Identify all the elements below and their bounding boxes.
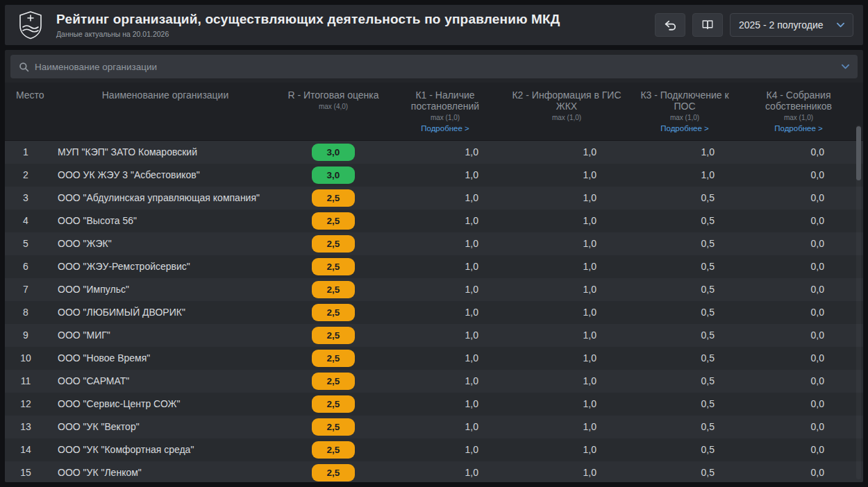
vertical-scrollbar[interactable]	[856, 125, 861, 479]
score-badge: 2,5	[312, 395, 355, 413]
k2-cell: 1,0	[508, 192, 626, 203]
chevron-down-icon	[837, 22, 844, 28]
k2-cell: 1,0	[508, 444, 626, 455]
k1-cell: 1,0	[383, 421, 508, 432]
k3-cell: 0,5	[626, 421, 744, 432]
k2-cell: 1,0	[508, 284, 626, 295]
k1-cell: 1,0	[383, 375, 508, 386]
score-cell: 2,5	[284, 418, 383, 436]
place-cell: 5	[5, 238, 47, 249]
k4-cell: 0,0	[744, 192, 853, 203]
org-name-cell: ООО "Высота 56"	[47, 215, 284, 226]
score-badge: 2,5	[312, 304, 355, 321]
content-panel: Место Наименование организации R - Итого…	[5, 50, 863, 482]
score-badge: 2,5	[312, 258, 355, 275]
k4-cell: 0,0	[744, 215, 853, 226]
details-link[interactable]: Подробнее >	[660, 124, 709, 133]
score-badge: 2,5	[312, 212, 355, 230]
place-cell: 12	[5, 398, 47, 409]
place-cell: 9	[5, 330, 47, 341]
table-row[interactable]: 2 ООО УК ЖЭУ 3 "Асбестовиков" 3,0 1,0 1,…	[5, 164, 863, 187]
column-title: Наименование организации	[102, 89, 229, 101]
score-cell: 2,5	[284, 441, 383, 459]
column-header-r: R - Итоговая оценка max (4,0)	[284, 88, 383, 135]
header-actions: 2025 - 2 полугодие	[655, 13, 853, 37]
k1-cell: 1,0	[383, 238, 508, 249]
table-row[interactable]: 5 ООО "ЖЭК" 2,5 1,0 1,0 0,5 0,0	[5, 232, 863, 255]
table-row[interactable]: 15 ООО "УК "Ленком" 2,5 1,0 1,0 0,5 0,0	[5, 461, 863, 482]
table-row[interactable]: 1 МУП "КЭП" ЗАТО Комаровский 3,0 1,0 1,0…	[5, 141, 863, 164]
k3-cell: 0,5	[626, 307, 744, 318]
search-input[interactable]	[35, 62, 836, 72]
k4-cell: 0,0	[744, 444, 853, 455]
org-name-cell: ООО "Сервис-Центр СОЖ"	[47, 398, 284, 409]
table-row[interactable]: 12 ООО "Сервис-Центр СОЖ" 2,5 1,0 1,0 0,…	[5, 393, 863, 416]
table-body: 1 МУП "КЭП" ЗАТО Комаровский 3,0 1,0 1,0…	[5, 141, 863, 482]
table-row[interactable]: 14 ООО "УК "Комфортная среда" 2,5 1,0 1,…	[5, 438, 863, 461]
search-expand-chevron-icon[interactable]	[842, 64, 849, 69]
table-row[interactable]: 9 ООО "МИГ" 2,5 1,0 1,0 0,5 0,0	[5, 324, 863, 347]
k4-cell: 0,0	[744, 307, 853, 318]
back-button[interactable]	[655, 13, 685, 37]
column-max-label: max (1,0)	[552, 114, 581, 122]
k1-cell: 1,0	[383, 330, 508, 341]
column-max-label: max (1,0)	[431, 114, 460, 122]
table-row[interactable]: 6 ООО "ЖЭУ-Ремстройсервис" 2,5 1,0 1,0 0…	[5, 255, 863, 278]
table-row[interactable]: 10 ООО "Новое Время" 2,5 1,0 1,0 0,5 0,0	[5, 347, 863, 370]
k3-cell: 0,5	[626, 284, 744, 295]
details-link[interactable]: Подробнее >	[421, 124, 469, 133]
k3-cell: 0,5	[626, 192, 744, 203]
column-title: Место	[16, 89, 44, 101]
score-badge: 3,0	[312, 166, 355, 184]
k3-cell: 0,5	[626, 215, 744, 226]
k4-cell: 0,0	[744, 169, 853, 180]
table-row[interactable]: 4 ООО "Высота 56" 2,5 1,0 1,0 0,5 0,0	[5, 210, 863, 232]
search-bar[interactable]	[10, 55, 858, 78]
app-header: Рейтинг организаций, осуществляющих деят…	[5, 5, 863, 45]
table-row[interactable]: 11 ООО "САРМАТ" 2,5 1,0 1,0 0,5 0,0	[5, 370, 863, 393]
table-row[interactable]: 7 ООО "Импульс" 2,5 1,0 1,0 0,5 0,0	[5, 278, 863, 301]
org-name-cell: ООО УК ЖЭУ 3 "Асбестовиков"	[47, 169, 284, 180]
k2-cell: 1,0	[508, 146, 626, 157]
org-name-cell: ООО "УК "Ленком"	[47, 467, 284, 478]
table-row[interactable]: 8 ООО "ЛЮБИМЫЙ ДВОРИК" 2,5 1,0 1,0 0,5 0…	[5, 301, 863, 324]
period-selector[interactable]: 2025 - 2 полугодие	[730, 13, 853, 37]
details-link[interactable]: Подробнее >	[774, 124, 823, 133]
org-name-cell: ООО "ЖЭК"	[47, 238, 284, 249]
place-cell: 1	[5, 146, 47, 157]
app-root: Рейтинг организаций, осуществляющих деят…	[0, 0, 868, 487]
table-row[interactable]: 3 ООО "Абдулинская управляющая компания"…	[5, 187, 863, 210]
score-cell: 2,5	[284, 350, 383, 367]
k3-cell: 1,0	[626, 146, 744, 157]
k1-cell: 1,0	[383, 284, 508, 295]
k2-cell: 1,0	[508, 261, 626, 272]
place-cell: 8	[5, 307, 47, 318]
column-max-label: max (1,0)	[670, 114, 699, 122]
column-title: К4 - Собрания собственников	[746, 89, 851, 112]
k1-cell: 1,0	[383, 307, 508, 318]
k3-cell: 0,5	[626, 330, 744, 341]
k2-cell: 1,0	[508, 307, 626, 318]
column-header-k1: К1 - Наличие постановлений max (1,0) Под…	[383, 88, 508, 135]
methodology-button[interactable]	[692, 13, 723, 37]
score-cell: 2,5	[284, 304, 383, 321]
k2-cell: 1,0	[508, 421, 626, 432]
k4-cell: 0,0	[744, 352, 853, 364]
place-cell: 14	[5, 444, 47, 455]
k4-cell: 0,0	[744, 238, 853, 249]
score-badge: 3,0	[312, 144, 355, 161]
score-cell: 2,5	[284, 464, 383, 481]
place-cell: 11	[5, 375, 47, 386]
table-row[interactable]: 13 ООО "УК "Вектор" 2,5 1,0 1,0 0,5 0,0	[5, 416, 863, 438]
k2-cell: 1,0	[508, 215, 626, 226]
scrollbar-thumb[interactable]	[856, 126, 861, 180]
column-header-place: Место	[5, 88, 47, 135]
place-cell: 4	[5, 215, 47, 226]
column-title: К3 - Подключение к ПОС	[628, 89, 741, 112]
score-badge: 2,5	[312, 327, 355, 344]
org-name-cell: ООО "Новое Время"	[47, 352, 284, 364]
score-cell: 2,5	[284, 189, 383, 207]
score-badge: 2,5	[312, 373, 355, 390]
k3-cell: 0,5	[626, 352, 744, 364]
place-cell: 10	[5, 352, 47, 364]
